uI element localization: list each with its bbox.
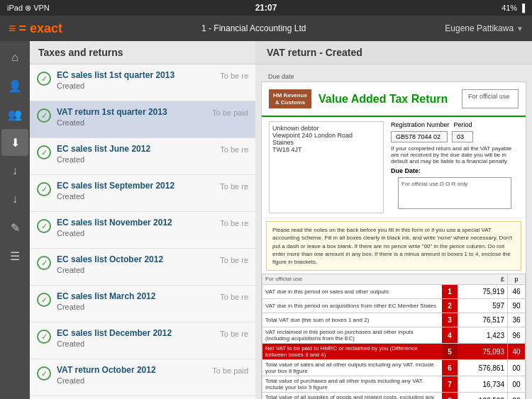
vat-address-line1: Viewpoint 240 London Road xyxy=(272,132,380,139)
check-icon: ✓ xyxy=(37,145,51,159)
list-item[interactable]: ✓ EC sales list October 2012 Created To … xyxy=(30,249,255,286)
vat-row-desc: Total value of purchases and all other i… xyxy=(262,376,442,392)
vat-row-desc: Net VAT to be paid to HMRC or reclaimed … xyxy=(262,344,442,359)
left-panel-header: Taxes and returns xyxy=(30,41,255,64)
list-item-subtitle: Created xyxy=(57,192,220,201)
sidebar-icon-menu[interactable]: ☰ xyxy=(1,242,28,269)
list-item[interactable]: ✓ EC sales list June 2012 Created To be … xyxy=(30,138,255,175)
vat-official-box-2: For official use D O R only xyxy=(398,177,511,209)
vat-row-pence: 90 xyxy=(507,299,525,313)
list-container[interactable]: ✓ EC sales list 1st quarter 2013 Created… xyxy=(30,64,255,399)
list-item-content: EC sales list November 2012 Created xyxy=(57,218,220,237)
list-item-content: EC sales list September 2012 Created xyxy=(57,181,220,201)
list-item[interactable]: ✓ VAT return June 2012 Created To be pai… xyxy=(30,396,255,399)
check-icon: ✓ xyxy=(37,366,51,381)
list-item-title: EC sales list 1st quarter 2013 xyxy=(57,70,220,80)
list-item-status: To be re xyxy=(220,218,248,227)
sidebar-icon-home[interactable]: ⌂ xyxy=(1,44,28,71)
vat-row-pounds: 1,423 xyxy=(458,327,507,343)
sidebar-icon-person[interactable]: 👤 xyxy=(1,72,28,99)
list-item-title: EC sales list June 2012 xyxy=(57,144,220,154)
vat-reg-number: GB578 7044 02 xyxy=(391,131,448,142)
check-icon: ✓ xyxy=(37,330,51,344)
check-icon: ✓ xyxy=(37,72,51,86)
vat-warning: If your completed return and all the VAT… xyxy=(391,145,519,164)
status-bar-time: 21:07 xyxy=(255,3,277,13)
vat-row-pence: 96 xyxy=(507,327,525,343)
vat-table-row: VAT reclaimed in this period on purchase… xyxy=(262,327,526,344)
menu-icon: ≡ xyxy=(9,21,16,36)
ipad-label: iPad ⊗ VPN xyxy=(7,4,50,13)
list-item[interactable]: ✓ EC sales list March 2012 Created To be… xyxy=(30,286,255,322)
list-item-status: To be paid xyxy=(212,107,248,117)
list-item[interactable]: ✓ VAT return October 2012 Created To be … xyxy=(30,359,255,396)
status-bar-right: 41% ▐ xyxy=(501,4,525,12)
nav-bar-user[interactable]: Eugene Pattikawa ▼ xyxy=(445,23,523,33)
battery-label: 41% ▐ xyxy=(501,4,525,12)
vat-notice: Please read the notes on the back before… xyxy=(266,221,521,271)
vat-row-pounds: 597 xyxy=(458,299,507,313)
hmrc-line2: & Customs xyxy=(273,99,307,106)
list-item-subtitle: Created xyxy=(57,229,220,237)
list-item[interactable]: ✓ VAT return 1st quarter 2013 Created To… xyxy=(30,101,255,138)
right-panel-header: VAT return - Created xyxy=(255,41,532,64)
vat-table-row: Total value of sales and all other outpu… xyxy=(262,360,526,376)
list-item[interactable]: ✓ EC sales list December 2012 Created To… xyxy=(30,322,255,359)
list-item[interactable]: ✓ EC sales list September 2012 Created T… xyxy=(30,175,255,212)
list-item-subtitle: Created xyxy=(57,266,220,274)
vat-address-postcode: TW18 4JT xyxy=(272,146,380,153)
list-item-status: To be paid xyxy=(212,365,248,375)
check-icon: ✓ xyxy=(37,182,51,196)
list-item-subtitle: Created xyxy=(57,118,212,127)
vat-row-pence: 36 xyxy=(507,313,525,327)
nav-bar-center: 1 - Financial Accounting Ltd xyxy=(201,23,306,33)
vat-due-date-label: Due Date: xyxy=(391,167,519,174)
chevron-down-icon: ▼ xyxy=(516,25,523,33)
vat-row-pence: 46 xyxy=(507,285,525,298)
vat-row-box: 5 xyxy=(442,344,458,359)
list-item[interactable]: ✓ EC sales list November 2012 Created To… xyxy=(30,212,255,249)
sidebar-icon-download2[interactable]: ↓ xyxy=(1,157,28,184)
list-item-content: VAT return October 2012 Created xyxy=(57,365,212,385)
vat-row-pounds: 576,861 xyxy=(458,360,507,376)
check-icon: ✓ xyxy=(37,219,51,233)
sidebar-icons: ⌂ 👤 👥 ⬇ ↓ ↓ ✎ ☰ xyxy=(0,41,30,399)
list-item-subtitle: Created xyxy=(57,339,220,348)
vat-row-box: 8 xyxy=(442,393,458,399)
vat-row-pounds: 16,734 xyxy=(458,376,507,392)
list-item-content: EC sales list December 2012 Created xyxy=(57,328,220,348)
sidebar-icon-edit[interactable]: ✎ xyxy=(1,214,28,241)
vat-row-box: 7 xyxy=(442,376,458,392)
col-header-box xyxy=(442,274,458,284)
main-layout: ⌂ 👤 👥 ⬇ ↓ ↓ ✎ ☰ Taxes and returns ✓ EC s… xyxy=(0,41,532,399)
nav-bar: ≡ = exact 1 - Financial Accounting Ltd E… xyxy=(0,16,532,41)
sidebar-icon-download3[interactable]: ↓ xyxy=(1,186,28,213)
vat-address-name: Unknown debtor xyxy=(272,125,380,132)
vat-row-desc: Total value of sales and all other outpu… xyxy=(262,360,442,376)
list-item-title: EC sales list March 2012 xyxy=(57,291,220,301)
logo-text: = exact xyxy=(19,21,63,36)
vat-row-pounds: 75,919 xyxy=(458,285,507,298)
right-panel-content[interactable]: Due date HM Revenue & Customs Value Adde… xyxy=(255,64,532,399)
list-item-subtitle: Created xyxy=(57,155,220,164)
vat-row-pence: 00 xyxy=(507,376,525,392)
vat-row-box: 6 xyxy=(442,360,458,376)
vat-table-row: VAT due in this period on sales and othe… xyxy=(262,285,526,299)
sidebar-icon-people[interactable]: 👥 xyxy=(1,101,28,128)
status-bar-left: iPad ⊗ VPN xyxy=(7,4,50,13)
col-header-desc: For official use xyxy=(262,274,442,284)
vat-table-header: For official use £ p xyxy=(262,274,526,285)
vat-title: Value Added Tax Return xyxy=(318,89,455,108)
list-item-subtitle: Created xyxy=(57,376,212,385)
vat-row-pence: 40 xyxy=(507,344,525,359)
right-panel: VAT return - Created Due date HM Revenue… xyxy=(255,41,532,399)
list-item-status: To be re xyxy=(220,144,248,154)
list-item-title: VAT return October 2012 xyxy=(57,365,212,375)
exact-logo[interactable]: ≡ = exact xyxy=(9,21,62,36)
list-item[interactable]: ✓ EC sales list 1st quarter 2013 Created… xyxy=(30,64,255,101)
hmrc-logo-box: HM Revenue & Customs xyxy=(269,89,311,108)
vat-row-pence: 00 xyxy=(507,360,525,376)
vat-official-box: For official use xyxy=(462,89,519,108)
sidebar-icon-download[interactable]: ⬇ xyxy=(1,129,28,156)
vat-row-pounds: 75,093 xyxy=(458,344,507,359)
